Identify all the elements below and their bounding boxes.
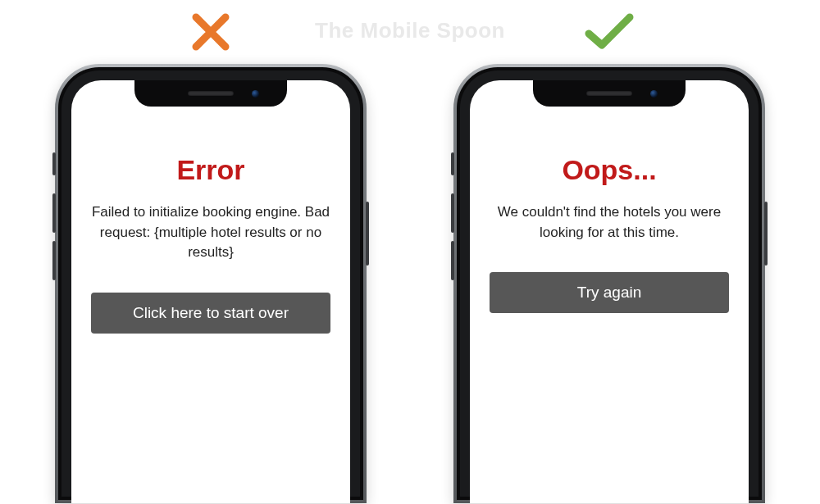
try-again-button[interactable]: Try again: [490, 272, 729, 313]
phone-screen: Error Failed to initialize booking engin…: [71, 80, 350, 503]
check-icon: [584, 0, 635, 64]
phone-notch: [533, 80, 686, 107]
mute-switch: [52, 152, 56, 175]
volume-down-button: [451, 241, 454, 280]
phone-mockup-good: Oops... We couldn't find the hotels you …: [453, 64, 765, 503]
error-screen-content: Oops... We couldn't find the hotels you …: [470, 154, 749, 313]
speaker-grille: [188, 91, 234, 96]
mute-switch: [451, 152, 454, 175]
error-screen-content: Error Failed to initialize booking engin…: [71, 154, 350, 334]
volume-up-button: [451, 193, 454, 233]
start-over-button[interactable]: Click here to start over: [91, 293, 330, 334]
comparison-stage: Error Failed to initialize booking engin…: [0, 0, 820, 504]
volume-up-button: [52, 193, 56, 233]
power-button: [764, 202, 768, 266]
good-example-column: Oops... We couldn't find the hotels you …: [449, 0, 769, 504]
bad-example-column: Error Failed to initialize booking engin…: [51, 0, 371, 504]
cross-icon: [188, 0, 234, 64]
phone-notch: [134, 80, 287, 107]
error-message: We couldn't find the hotels you were loo…: [490, 202, 729, 243]
volume-down-button: [52, 241, 56, 280]
phone-mockup-bad: Error Failed to initialize booking engin…: [55, 64, 367, 503]
speaker-grille: [586, 91, 632, 96]
error-title: Error: [91, 154, 330, 186]
error-title: Oops...: [490, 154, 729, 186]
power-button: [366, 202, 369, 266]
front-camera: [650, 90, 658, 98]
front-camera: [252, 90, 259, 98]
phone-screen: Oops... We couldn't find the hotels you …: [470, 80, 749, 503]
error-message: Failed to initialize booking engine. Bad…: [91, 202, 330, 263]
